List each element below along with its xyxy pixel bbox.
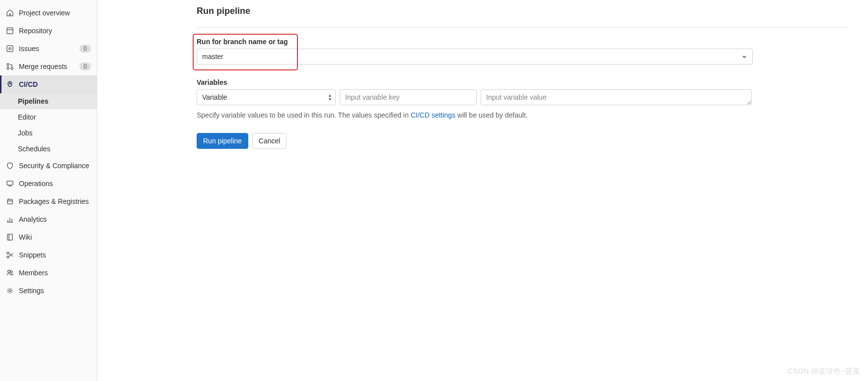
sidebar-item-label: Members (19, 269, 91, 277)
branch-dropdown[interactable]: master (197, 49, 753, 64)
svg-point-19 (8, 270, 10, 273)
help-text-pre: Specify variable values to be used in th… (197, 111, 411, 119)
svg-rect-10 (7, 199, 12, 204)
sidebar-item-label: Wiki (19, 233, 91, 241)
sidebar-item-project-overview[interactable]: Project overview (0, 4, 97, 22)
sidebar-item-label: Security & Compliance (19, 162, 91, 170)
svg-point-18 (7, 252, 9, 254)
watermark: CSDN @蓝绿色~菠菜 (788, 367, 860, 376)
sidebar-subitem-editor[interactable]: Editor (0, 109, 97, 125)
sidebar-item-label: Settings (19, 287, 91, 295)
svg-point-7 (9, 83, 10, 84)
branch-dropdown-value: master (202, 53, 223, 61)
merge-request-icon (6, 63, 14, 70)
main-content: Run pipeline Run for branch name or tag … (97, 0, 868, 381)
analytics-icon (6, 215, 14, 223)
actions-row: Run pipeline Cancel (197, 133, 848, 149)
variable-type-value: Variable (202, 93, 227, 101)
sidebar-subitem-label: Jobs (18, 129, 33, 137)
sidebar-subitem-label: Pipelines (18, 97, 48, 105)
sidebar-subitem-label: Schedules (18, 145, 50, 153)
sidebar-item-merge-requests[interactable]: Merge requests 0 (0, 58, 97, 75)
variables-label: Variables (197, 78, 848, 86)
variable-type-select[interactable]: Variable ▴▾ (197, 89, 336, 105)
sidebar-item-label: Analytics (19, 215, 91, 223)
branch-section: Run for branch name or tag master (197, 38, 848, 64)
sidebar-item-repository[interactable]: Repository (0, 22, 97, 40)
cicd-settings-link[interactable]: CI/CD settings (411, 111, 455, 119)
sidebar-item-settings[interactable]: Settings (0, 282, 97, 300)
book-icon (6, 233, 14, 241)
svg-point-5 (7, 67, 9, 69)
updown-icon: ▴▾ (329, 93, 331, 101)
variable-value-input[interactable] (481, 89, 752, 105)
sidebar-item-security[interactable]: Security & Compliance (0, 157, 97, 175)
merge-requests-badge: 0 (79, 63, 91, 70)
sidebar-item-snippets[interactable]: Snippets (0, 246, 97, 264)
sidebar: Project overview Repository Issues 0 Mer… (0, 0, 97, 381)
rocket-icon (6, 80, 14, 88)
sidebar-item-label: Issues (19, 45, 79, 53)
repository-icon (6, 27, 14, 35)
svg-point-3 (9, 48, 11, 50)
home-icon (6, 9, 14, 17)
sidebar-item-issues[interactable]: Issues 0 (0, 40, 97, 58)
sidebar-subitem-jobs[interactable]: Jobs (0, 125, 97, 141)
sidebar-item-label: Project overview (19, 9, 91, 17)
sidebar-item-label: Packages & Registries (19, 197, 91, 205)
sidebar-item-label: Repository (19, 27, 91, 35)
help-text-post: will be used by default. (455, 111, 528, 119)
scissors-icon (6, 251, 14, 259)
sidebar-item-analytics[interactable]: Analytics (0, 210, 97, 228)
sidebar-subitem-label: Editor (18, 113, 36, 121)
variables-section: Variables Variable ▴▾ Specify variable v… (197, 78, 848, 119)
divider (197, 27, 848, 28)
operations-icon (6, 180, 14, 188)
svg-point-20 (10, 271, 12, 273)
svg-rect-15 (7, 234, 12, 240)
shield-icon (6, 162, 14, 170)
members-icon (6, 269, 14, 277)
help-text: Specify variable values to be used in th… (197, 111, 848, 119)
sidebar-item-wiki[interactable]: Wiki (0, 228, 97, 246)
run-pipeline-button[interactable]: Run pipeline (197, 133, 248, 149)
svg-rect-0 (7, 28, 13, 34)
sidebar-item-members[interactable]: Members (0, 264, 97, 282)
svg-point-17 (7, 256, 9, 258)
sidebar-subitem-pipelines[interactable]: Pipelines (0, 93, 97, 109)
branch-label: Run for branch name or tag (197, 38, 848, 46)
issues-badge: 0 (79, 45, 91, 53)
sidebar-item-label: CI/CD (19, 80, 91, 88)
svg-point-6 (11, 67, 13, 69)
chevron-down-icon (741, 54, 747, 60)
sidebar-item-label: Operations (19, 180, 91, 188)
sidebar-item-cicd[interactable]: CI/CD (0, 75, 97, 93)
sidebar-item-operations[interactable]: Operations (0, 175, 97, 192)
sidebar-item-label: Snippets (19, 251, 91, 259)
svg-rect-8 (7, 181, 13, 185)
issues-icon (6, 45, 14, 53)
sidebar-item-packages[interactable]: Packages & Registries (0, 192, 97, 210)
variables-row: Variable ▴▾ (197, 89, 848, 105)
variable-key-input[interactable] (340, 89, 477, 105)
gear-icon (6, 287, 14, 295)
svg-point-4 (7, 64, 9, 65)
svg-point-21 (9, 290, 11, 292)
page-title: Run pipeline (197, 6, 848, 16)
sidebar-subitem-schedules[interactable]: Schedules (0, 141, 97, 157)
svg-rect-2 (7, 46, 13, 52)
cancel-button[interactable]: Cancel (252, 133, 287, 149)
sidebar-item-label: Merge requests (19, 63, 79, 70)
package-icon (6, 197, 14, 205)
